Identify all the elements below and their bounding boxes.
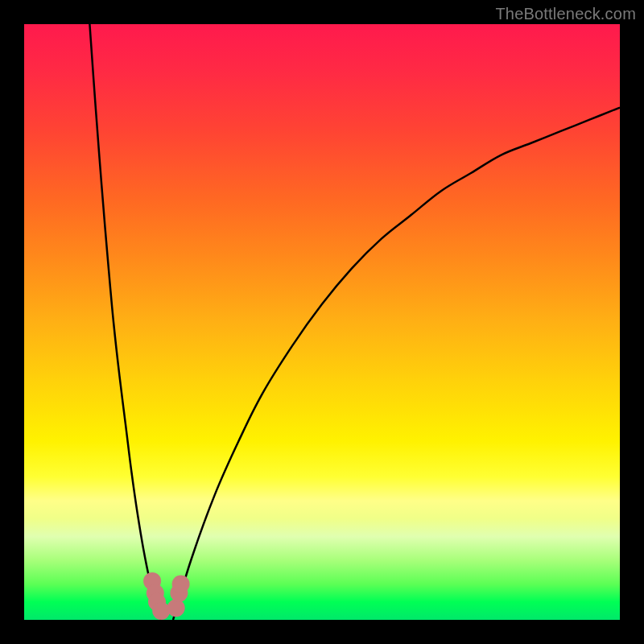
curves-svg bbox=[24, 24, 620, 620]
left-branch-curve bbox=[89, 24, 161, 620]
plot-area bbox=[24, 24, 620, 620]
bottleneck-markers bbox=[143, 572, 190, 620]
bottleneck-marker bbox=[167, 599, 185, 617]
right-branch-curve bbox=[173, 108, 620, 620]
bottleneck-marker bbox=[152, 602, 170, 620]
chart-frame: TheBottleneck.com bbox=[0, 0, 644, 644]
watermark-text: TheBottleneck.com bbox=[495, 5, 636, 23]
bottleneck-marker bbox=[172, 576, 190, 593]
